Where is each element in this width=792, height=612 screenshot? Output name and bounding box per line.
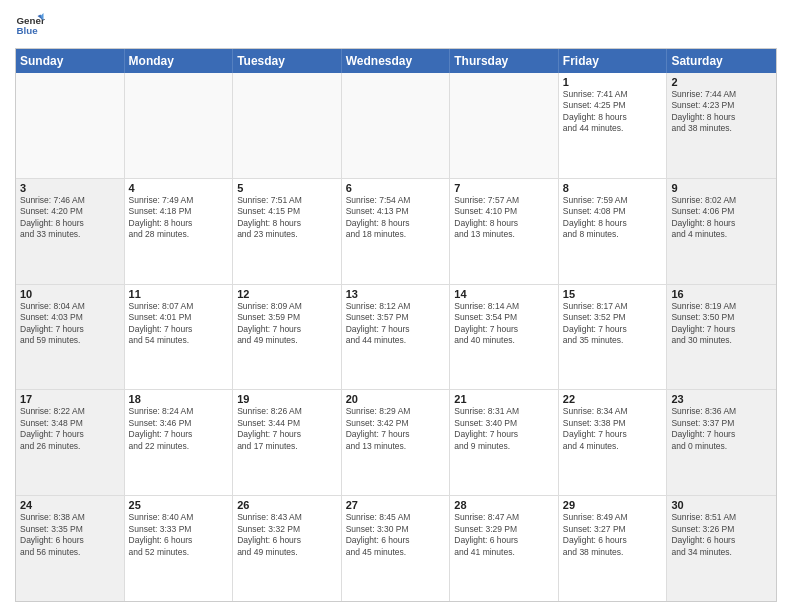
empty-cell bbox=[233, 73, 342, 178]
header-day-thursday: Thursday bbox=[450, 49, 559, 73]
empty-cell bbox=[125, 73, 234, 178]
day-number: 30 bbox=[671, 499, 772, 511]
day-info: Sunrise: 8:51 AM Sunset: 3:26 PM Dayligh… bbox=[671, 512, 772, 558]
day-number: 2 bbox=[671, 76, 772, 88]
day-number: 6 bbox=[346, 182, 446, 194]
day-number: 19 bbox=[237, 393, 337, 405]
day-cell-1: 1Sunrise: 7:41 AM Sunset: 4:25 PM Daylig… bbox=[559, 73, 668, 178]
empty-cell bbox=[342, 73, 451, 178]
calendar-row-5: 24Sunrise: 8:38 AM Sunset: 3:35 PM Dayli… bbox=[16, 496, 776, 601]
day-number: 25 bbox=[129, 499, 229, 511]
day-info: Sunrise: 8:09 AM Sunset: 3:59 PM Dayligh… bbox=[237, 301, 337, 347]
day-cell-5: 5Sunrise: 7:51 AM Sunset: 4:15 PM Daylig… bbox=[233, 179, 342, 284]
day-number: 9 bbox=[671, 182, 772, 194]
header-day-tuesday: Tuesday bbox=[233, 49, 342, 73]
day-cell-25: 25Sunrise: 8:40 AM Sunset: 3:33 PM Dayli… bbox=[125, 496, 234, 601]
day-cell-24: 24Sunrise: 8:38 AM Sunset: 3:35 PM Dayli… bbox=[16, 496, 125, 601]
day-info: Sunrise: 8:49 AM Sunset: 3:27 PM Dayligh… bbox=[563, 512, 663, 558]
day-number: 28 bbox=[454, 499, 554, 511]
day-cell-7: 7Sunrise: 7:57 AM Sunset: 4:10 PM Daylig… bbox=[450, 179, 559, 284]
day-number: 3 bbox=[20, 182, 120, 194]
day-info: Sunrise: 8:19 AM Sunset: 3:50 PM Dayligh… bbox=[671, 301, 772, 347]
day-cell-18: 18Sunrise: 8:24 AM Sunset: 3:46 PM Dayli… bbox=[125, 390, 234, 495]
day-cell-15: 15Sunrise: 8:17 AM Sunset: 3:52 PM Dayli… bbox=[559, 285, 668, 390]
day-info: Sunrise: 7:46 AM Sunset: 4:20 PM Dayligh… bbox=[20, 195, 120, 241]
day-cell-16: 16Sunrise: 8:19 AM Sunset: 3:50 PM Dayli… bbox=[667, 285, 776, 390]
empty-cell bbox=[16, 73, 125, 178]
calendar-body: 1Sunrise: 7:41 AM Sunset: 4:25 PM Daylig… bbox=[16, 73, 776, 601]
day-info: Sunrise: 8:12 AM Sunset: 3:57 PM Dayligh… bbox=[346, 301, 446, 347]
day-info: Sunrise: 8:22 AM Sunset: 3:48 PM Dayligh… bbox=[20, 406, 120, 452]
day-cell-23: 23Sunrise: 8:36 AM Sunset: 3:37 PM Dayli… bbox=[667, 390, 776, 495]
day-info: Sunrise: 8:24 AM Sunset: 3:46 PM Dayligh… bbox=[129, 406, 229, 452]
calendar-header: SundayMondayTuesdayWednesdayThursdayFrid… bbox=[16, 49, 776, 73]
day-number: 14 bbox=[454, 288, 554, 300]
day-info: Sunrise: 8:17 AM Sunset: 3:52 PM Dayligh… bbox=[563, 301, 663, 347]
day-cell-17: 17Sunrise: 8:22 AM Sunset: 3:48 PM Dayli… bbox=[16, 390, 125, 495]
day-info: Sunrise: 8:38 AM Sunset: 3:35 PM Dayligh… bbox=[20, 512, 120, 558]
day-info: Sunrise: 8:45 AM Sunset: 3:30 PM Dayligh… bbox=[346, 512, 446, 558]
day-cell-8: 8Sunrise: 7:59 AM Sunset: 4:08 PM Daylig… bbox=[559, 179, 668, 284]
day-number: 7 bbox=[454, 182, 554, 194]
day-cell-14: 14Sunrise: 8:14 AM Sunset: 3:54 PM Dayli… bbox=[450, 285, 559, 390]
day-info: Sunrise: 7:41 AM Sunset: 4:25 PM Dayligh… bbox=[563, 89, 663, 135]
day-number: 20 bbox=[346, 393, 446, 405]
day-number: 16 bbox=[671, 288, 772, 300]
day-info: Sunrise: 8:02 AM Sunset: 4:06 PM Dayligh… bbox=[671, 195, 772, 241]
day-info: Sunrise: 8:31 AM Sunset: 3:40 PM Dayligh… bbox=[454, 406, 554, 452]
day-cell-3: 3Sunrise: 7:46 AM Sunset: 4:20 PM Daylig… bbox=[16, 179, 125, 284]
header-day-sunday: Sunday bbox=[16, 49, 125, 73]
header-day-wednesday: Wednesday bbox=[342, 49, 451, 73]
logo: General Blue bbox=[15, 10, 45, 40]
calendar: SundayMondayTuesdayWednesdayThursdayFrid… bbox=[15, 48, 777, 602]
day-cell-6: 6Sunrise: 7:54 AM Sunset: 4:13 PM Daylig… bbox=[342, 179, 451, 284]
day-cell-30: 30Sunrise: 8:51 AM Sunset: 3:26 PM Dayli… bbox=[667, 496, 776, 601]
day-info: Sunrise: 8:34 AM Sunset: 3:38 PM Dayligh… bbox=[563, 406, 663, 452]
day-info: Sunrise: 8:36 AM Sunset: 3:37 PM Dayligh… bbox=[671, 406, 772, 452]
day-cell-4: 4Sunrise: 7:49 AM Sunset: 4:18 PM Daylig… bbox=[125, 179, 234, 284]
day-info: Sunrise: 8:14 AM Sunset: 3:54 PM Dayligh… bbox=[454, 301, 554, 347]
day-number: 5 bbox=[237, 182, 337, 194]
day-number: 11 bbox=[129, 288, 229, 300]
day-number: 1 bbox=[563, 76, 663, 88]
day-info: Sunrise: 7:59 AM Sunset: 4:08 PM Dayligh… bbox=[563, 195, 663, 241]
day-cell-13: 13Sunrise: 8:12 AM Sunset: 3:57 PM Dayli… bbox=[342, 285, 451, 390]
day-info: Sunrise: 7:57 AM Sunset: 4:10 PM Dayligh… bbox=[454, 195, 554, 241]
day-cell-9: 9Sunrise: 8:02 AM Sunset: 4:06 PM Daylig… bbox=[667, 179, 776, 284]
day-info: Sunrise: 8:47 AM Sunset: 3:29 PM Dayligh… bbox=[454, 512, 554, 558]
day-cell-20: 20Sunrise: 8:29 AM Sunset: 3:42 PM Dayli… bbox=[342, 390, 451, 495]
day-info: Sunrise: 8:43 AM Sunset: 3:32 PM Dayligh… bbox=[237, 512, 337, 558]
header-day-friday: Friday bbox=[559, 49, 668, 73]
day-cell-12: 12Sunrise: 8:09 AM Sunset: 3:59 PM Dayli… bbox=[233, 285, 342, 390]
day-number: 13 bbox=[346, 288, 446, 300]
day-cell-21: 21Sunrise: 8:31 AM Sunset: 3:40 PM Dayli… bbox=[450, 390, 559, 495]
calendar-row-3: 10Sunrise: 8:04 AM Sunset: 4:03 PM Dayli… bbox=[16, 285, 776, 391]
day-number: 23 bbox=[671, 393, 772, 405]
day-info: Sunrise: 8:04 AM Sunset: 4:03 PM Dayligh… bbox=[20, 301, 120, 347]
day-info: Sunrise: 8:26 AM Sunset: 3:44 PM Dayligh… bbox=[237, 406, 337, 452]
empty-cell bbox=[450, 73, 559, 178]
day-info: Sunrise: 8:29 AM Sunset: 3:42 PM Dayligh… bbox=[346, 406, 446, 452]
day-info: Sunrise: 7:44 AM Sunset: 4:23 PM Dayligh… bbox=[671, 89, 772, 135]
day-number: 26 bbox=[237, 499, 337, 511]
day-number: 17 bbox=[20, 393, 120, 405]
day-info: Sunrise: 7:54 AM Sunset: 4:13 PM Dayligh… bbox=[346, 195, 446, 241]
day-number: 15 bbox=[563, 288, 663, 300]
day-info: Sunrise: 8:40 AM Sunset: 3:33 PM Dayligh… bbox=[129, 512, 229, 558]
day-number: 29 bbox=[563, 499, 663, 511]
day-cell-26: 26Sunrise: 8:43 AM Sunset: 3:32 PM Dayli… bbox=[233, 496, 342, 601]
day-number: 22 bbox=[563, 393, 663, 405]
day-number: 12 bbox=[237, 288, 337, 300]
day-cell-27: 27Sunrise: 8:45 AM Sunset: 3:30 PM Dayli… bbox=[342, 496, 451, 601]
day-cell-10: 10Sunrise: 8:04 AM Sunset: 4:03 PM Dayli… bbox=[16, 285, 125, 390]
day-info: Sunrise: 7:49 AM Sunset: 4:18 PM Dayligh… bbox=[129, 195, 229, 241]
header-day-monday: Monday bbox=[125, 49, 234, 73]
day-number: 18 bbox=[129, 393, 229, 405]
svg-text:Blue: Blue bbox=[17, 25, 39, 36]
day-number: 10 bbox=[20, 288, 120, 300]
logo-icon: General Blue bbox=[15, 10, 45, 40]
day-cell-11: 11Sunrise: 8:07 AM Sunset: 4:01 PM Dayli… bbox=[125, 285, 234, 390]
day-cell-2: 2Sunrise: 7:44 AM Sunset: 4:23 PM Daylig… bbox=[667, 73, 776, 178]
day-number: 24 bbox=[20, 499, 120, 511]
day-cell-28: 28Sunrise: 8:47 AM Sunset: 3:29 PM Dayli… bbox=[450, 496, 559, 601]
